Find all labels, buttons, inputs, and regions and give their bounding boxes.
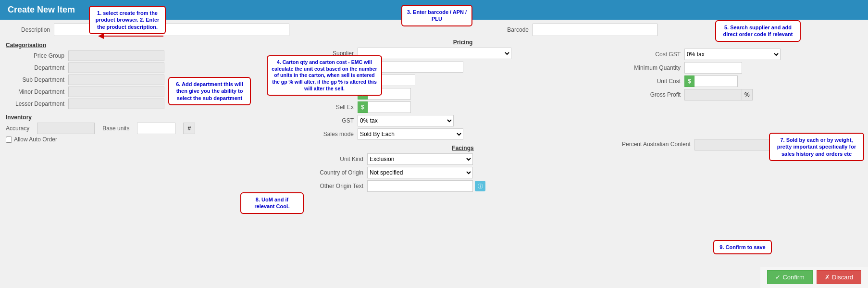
unit-cost-label: Unit Cost xyxy=(622,78,684,85)
auto-order-row: Allow Auto Order xyxy=(6,136,304,143)
gst-label: GST xyxy=(310,117,358,124)
facings-title: Facings xyxy=(310,145,616,151)
other-origin-label: Other Origin Text xyxy=(310,183,367,189)
min-quantity-label: Minimum Quantity xyxy=(622,64,684,71)
hash-button[interactable]: # xyxy=(183,123,195,134)
country-of-origin-select[interactable]: Not specified Australia New Zealand USA … xyxy=(367,167,473,178)
callout-7: 7. Sold by each or by weight, pretty imp… xyxy=(769,133,864,161)
callout-5: 5. Search supplier and add direct order … xyxy=(715,20,801,42)
categorisation-section-title: Categorisation xyxy=(6,42,304,49)
unit-kind-label: Unit Kind xyxy=(310,156,367,163)
unit-cost-input[interactable]: 0 xyxy=(694,75,738,87)
cost-gst-label: Cost GST xyxy=(622,51,684,58)
price-group-label: Price Group xyxy=(6,52,68,59)
percent-aus-label: Percent Australian Content xyxy=(622,141,694,149)
minor-department-input[interactable] xyxy=(68,87,164,97)
callout-3: 3. Enter barcode / APN / PLU xyxy=(401,5,472,26)
confirm-button[interactable]: ✓ Confirm xyxy=(767,270,813,284)
description-label: Description xyxy=(6,26,54,33)
country-of-origin-label: Country of Origin xyxy=(310,169,367,176)
price-group-input[interactable]: (None) xyxy=(68,50,164,61)
barcode-label: Barcode xyxy=(494,26,533,33)
barcode-input[interactable] xyxy=(533,24,657,36)
callout-6: 6. Add department this will then give yo… xyxy=(168,77,251,105)
accuracy-label: Accuracy xyxy=(6,125,29,132)
unit-cost-dollar-icon: $ xyxy=(684,75,694,87)
cost-gst-select[interactable]: 0% tax 10% tax xyxy=(684,49,781,60)
discard-button[interactable]: ✗ Discard xyxy=(817,270,861,284)
allow-auto-order-label: Allow Auto Order xyxy=(14,136,57,143)
department-input[interactable] xyxy=(68,63,164,73)
lesser-department-label: Lesser Department xyxy=(6,100,68,107)
base-units-input[interactable]: 1 xyxy=(137,123,175,134)
sub-department-label: Sub Department xyxy=(6,76,68,83)
discard-x-icon: ✗ xyxy=(825,274,830,281)
base-units-label: Base units xyxy=(102,125,129,132)
sell-ex-label: Sell Ex xyxy=(310,104,358,111)
callout-9: 9. Confirm to save xyxy=(713,240,772,254)
callout-8: 8. UoM and if relevant CooL xyxy=(240,192,304,214)
callout-1: 1. select create from the product browse… xyxy=(89,6,166,34)
percent-aus-input[interactable]: 0 xyxy=(694,139,781,150)
other-origin-input[interactable] xyxy=(367,180,473,192)
allow-auto-order-checkbox[interactable] xyxy=(6,137,12,143)
discard-label: Discard xyxy=(832,274,853,281)
inventory-section-title: Inventory xyxy=(6,114,304,121)
min-quantity-input[interactable]: 1 xyxy=(684,62,742,74)
sub-department-input[interactable] xyxy=(68,75,164,85)
sell-ex-dollar-icon: $ xyxy=(358,101,368,113)
gst-select[interactable]: 0% tax 5% tax 10% tax xyxy=(358,115,454,126)
department-label: Department xyxy=(6,64,68,71)
sales-mode-select[interactable]: Sold By Each Sold By Weight Sold By Volu… xyxy=(358,128,463,140)
sell-ex-input[interactable]: 0 xyxy=(368,101,411,113)
confirm-label: Confirm xyxy=(782,274,805,281)
confirm-checkmark-icon: ✓ xyxy=(775,274,781,281)
accuracy-input[interactable]: 0 xyxy=(37,123,95,134)
gross-profit-input[interactable]: 0 xyxy=(684,89,742,100)
pricing-title: Pricing xyxy=(310,39,616,46)
gross-profit-label: Gross Profit xyxy=(622,91,684,98)
percent-sign: % xyxy=(742,89,753,100)
minor-department-label: Minor Department xyxy=(6,88,68,95)
callout-4: 4. Carton qty and carton cost - EMC will… xyxy=(267,55,382,96)
lesser-department-input[interactable] xyxy=(68,99,164,109)
other-origin-info-icon[interactable]: ⓘ xyxy=(475,181,485,191)
unit-kind-select[interactable]: Exclusion Inclusion Other xyxy=(367,153,473,165)
sales-mode-label: Sales mode xyxy=(310,131,358,138)
